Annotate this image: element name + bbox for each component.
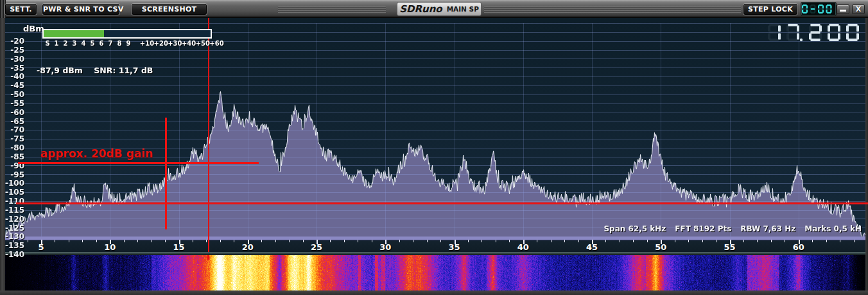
gain-marker-line	[165, 118, 167, 229]
y-axis-label: -95	[0, 170, 24, 179]
y-axis-label: -65	[0, 117, 24, 126]
x-axis-label: 5	[38, 242, 44, 252]
waterfall-display[interactable]	[5, 255, 865, 291]
s-meter-scale-label: 8	[117, 40, 122, 47]
x-axis-label: 60	[793, 242, 804, 252]
x-axis-tick	[633, 240, 634, 242]
x-axis-label: 50	[655, 242, 666, 252]
power-snr-readout: -87,9 dBm SNR: 11,7 dB	[37, 66, 153, 75]
s-meter-scale-label: +10	[140, 40, 154, 47]
x-axis-tick	[496, 240, 496, 242]
x-axis-tick	[413, 240, 413, 242]
x-axis-tick	[564, 240, 565, 242]
s-meter-scale-label: 7	[108, 40, 113, 47]
y-axis-label: -125	[0, 224, 24, 233]
x-axis-tick	[28, 240, 28, 242]
x-axis-tick	[275, 240, 276, 242]
s-meter-scale-label: +60	[209, 40, 223, 47]
gain-annotation-label: approx. 20dB gain	[40, 147, 153, 160]
s-meter[interactable]: S123456789+10+20+30+40+50+60	[42, 29, 217, 58]
window-title: SDRuno MAIN SP	[397, 2, 482, 16]
s-meter-bar	[42, 29, 212, 39]
y-axis-label: -30	[0, 55, 24, 64]
tuning-cursor-tick	[207, 255, 209, 260]
title-bar[interactable]: SETT. PWR & SNR TO CSV SCREENSHOT SDRuno…	[0, 0, 868, 18]
x-axis-tick	[82, 240, 83, 242]
x-axis-tick	[193, 240, 193, 242]
x-axis-tick	[812, 240, 813, 242]
x-axis-tick	[785, 240, 785, 242]
y-axis-label: -85	[0, 152, 24, 161]
pwr-snr-csv-button[interactable]: PWR & SNR TO CSV	[42, 4, 119, 15]
x-axis-tick	[702, 240, 703, 242]
x-axis-tick	[647, 240, 648, 242]
span-readout: Span 62,5 kHz	[603, 224, 666, 233]
y-axis-label: -70	[0, 125, 24, 134]
x-axis-tick	[854, 240, 855, 242]
panel-name-label: MAIN SP	[447, 5, 479, 13]
y-axis-label: -60	[0, 108, 24, 117]
s-meter-fill	[44, 30, 104, 37]
y-axis-label: -115	[0, 206, 24, 215]
frequency-display[interactable]	[768, 23, 867, 44]
y-axis-label: -130	[0, 232, 24, 241]
settings-button[interactable]: SETT.	[5, 4, 37, 15]
s-meter-scale-label: +30	[168, 40, 182, 47]
x-axis-tick	[69, 240, 69, 242]
y-axis-label: -20	[0, 37, 24, 46]
y-axis-label: -105	[0, 188, 24, 197]
drag-grip-icon	[278, 6, 386, 13]
x-axis-tick	[743, 240, 744, 242]
x-axis-label: 20	[242, 242, 254, 252]
x-axis-label: 55	[724, 242, 735, 252]
s-meter-scale-label: 4	[82, 40, 86, 47]
drag-grip-icon	[484, 6, 741, 13]
step-lock-button[interactable]: STEP LOCK	[743, 4, 797, 15]
s-meter-scale-label: +20	[154, 40, 168, 47]
y-axis-label: -120	[0, 215, 24, 224]
x-axis-tick	[399, 240, 400, 242]
y-axis-label: -135	[0, 241, 24, 250]
y-axis-label: -75	[0, 134, 24, 143]
x-axis-tick	[206, 240, 207, 242]
x-axis-tick	[482, 240, 482, 242]
rbw-readout: RBW 7,63 Hz	[740, 224, 795, 233]
x-axis-tick	[620, 240, 620, 242]
x-axis-tick	[55, 240, 55, 242]
x-axis-tick	[605, 240, 606, 242]
s-meter-scale-label: +40	[182, 40, 196, 47]
x-axis-tick	[96, 240, 97, 242]
status-line: Span 62,5 kHzFFT 8192 PtsRBW 7,63 HzMark…	[603, 224, 862, 233]
s-meter-scale-label: 2	[64, 40, 68, 47]
x-axis-tick	[675, 240, 675, 242]
s-meter-scale-label: 3	[73, 40, 77, 47]
x-axis-tick	[289, 240, 290, 242]
x-axis-label: 45	[586, 242, 598, 252]
sdruno-main-sp-window: SETT. PWR & SNR TO CSV SCREENSHOT SDRuno…	[0, 0, 868, 295]
x-axis-tick	[757, 240, 758, 242]
y-axis-label: -50	[0, 90, 24, 99]
tuning-cursor-axis	[208, 237, 209, 252]
x-axis: 51015202530354045505560	[0, 237, 868, 252]
minimize-button[interactable]	[837, 4, 849, 14]
s-meter-scale-label: 6	[100, 40, 104, 47]
x-axis-tick	[468, 240, 469, 242]
close-button[interactable]: X	[852, 4, 865, 14]
y-axis-label: -40	[0, 72, 24, 81]
x-axis-label: 40	[517, 242, 529, 252]
noise-floor-line	[16, 202, 868, 204]
s-meter-scale-label: 1	[55, 40, 59, 47]
x-axis-tick	[826, 240, 827, 242]
s-meter-scale-label: S	[45, 40, 49, 47]
step-size-display[interactable]	[801, 3, 836, 15]
screenshot-button[interactable]: SCREENSHOT	[132, 4, 207, 15]
y-axis-label: -100	[0, 179, 24, 188]
window-frame-right	[865, 18, 868, 295]
x-axis-tick	[234, 240, 234, 242]
x-axis-tick	[771, 240, 772, 242]
x-axis-label: 25	[311, 242, 322, 252]
y-axis-label: -45	[0, 81, 24, 90]
x-axis-tick	[124, 240, 125, 242]
y-axis-unit-label: dBm	[23, 24, 44, 33]
x-axis-tick	[165, 240, 166, 242]
